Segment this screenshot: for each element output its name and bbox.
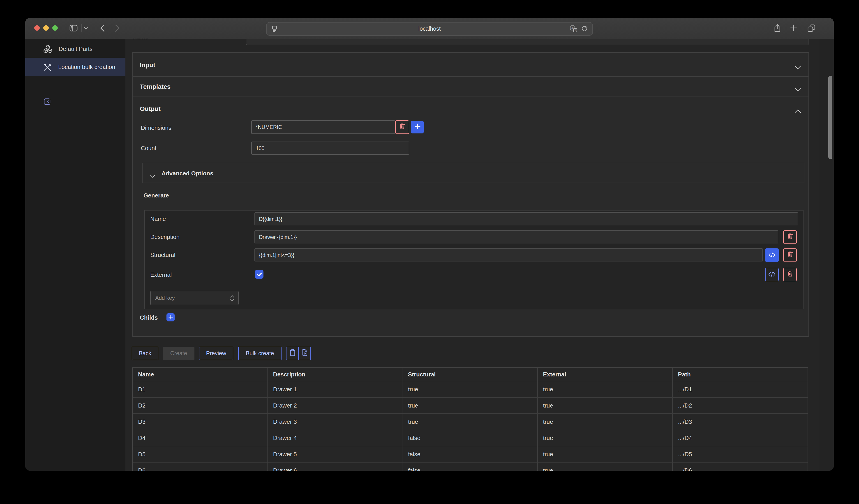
table-cell: D4 bbox=[133, 430, 268, 446]
section-title[interactable]: Output bbox=[140, 105, 161, 112]
back-button[interactable]: Back bbox=[132, 347, 159, 360]
sidebar-item-location-bulk-creation[interactable]: Location bulk creation bbox=[25, 58, 127, 76]
table-cell: false bbox=[403, 430, 538, 446]
table-cell: .../D4 bbox=[673, 430, 808, 446]
download-file-button[interactable] bbox=[299, 347, 311, 360]
translate-icon[interactable]: A x bbox=[570, 25, 577, 32]
trash-icon bbox=[399, 123, 405, 131]
trash-icon bbox=[787, 233, 793, 241]
table-cell: .../D3 bbox=[673, 414, 808, 430]
table-cell: .../D2 bbox=[673, 398, 808, 414]
generate-label: Generate bbox=[144, 192, 169, 199]
count-input[interactable] bbox=[251, 142, 409, 155]
table-cell: Drawer 1 bbox=[268, 381, 403, 398]
table-cell: true bbox=[538, 398, 673, 414]
sidebar-item-label: Location bulk creation bbox=[58, 64, 115, 70]
screen: localhost A x bbox=[0, 0, 859, 504]
add-dimension-button[interactable] bbox=[411, 121, 424, 133]
section-title: Templates bbox=[140, 83, 170, 90]
bulk-create-button[interactable]: Bulk create bbox=[238, 347, 282, 360]
table-cell: D1 bbox=[133, 381, 268, 398]
chevron-down-icon bbox=[795, 63, 801, 71]
table-cell: true bbox=[538, 462, 673, 471]
share-icon[interactable] bbox=[774, 24, 781, 32]
toolbar-divider bbox=[81, 24, 82, 32]
plus-icon bbox=[415, 123, 420, 131]
section-input[interactable]: Input bbox=[132, 52, 809, 78]
collapse-sidebar-icon[interactable] bbox=[44, 98, 50, 107]
chevron-down-icon bbox=[150, 172, 155, 180]
generate-structural-label: Structural bbox=[150, 252, 175, 258]
section-output: Output Dimensions bbox=[132, 96, 809, 337]
table-cell: Drawer 2 bbox=[268, 398, 403, 414]
table-cell: .../D1 bbox=[673, 381, 808, 398]
table-cell: D5 bbox=[133, 446, 268, 462]
reload-icon[interactable] bbox=[581, 25, 588, 32]
add-key-placeholder: Add key bbox=[155, 295, 230, 301]
minimize-window-button[interactable] bbox=[43, 25, 49, 31]
table-cell: true bbox=[538, 381, 673, 398]
generate-external-label: External bbox=[150, 271, 172, 278]
table-cell: false bbox=[403, 462, 538, 471]
file-download-icon bbox=[302, 349, 307, 358]
sidebar-toggle-icon[interactable] bbox=[70, 25, 78, 32]
clipboard-icon bbox=[289, 349, 295, 358]
table-cell: true bbox=[538, 446, 673, 462]
partial-name-input[interactable] bbox=[246, 39, 809, 45]
check-icon bbox=[256, 270, 262, 278]
url-text: localhost bbox=[419, 26, 441, 32]
add-key-select[interactable]: Add key bbox=[150, 291, 239, 305]
generate-description-label: Description bbox=[150, 234, 180, 240]
cubes-icon bbox=[43, 44, 53, 53]
generate-panel: Name Description Structural bbox=[145, 210, 803, 309]
copy-to-clipboard-button[interactable] bbox=[286, 347, 299, 360]
zoom-window-button[interactable] bbox=[52, 25, 58, 31]
section-title: Input bbox=[140, 61, 155, 68]
chevron-down-icon bbox=[795, 85, 801, 93]
scrollbar-thumb[interactable] bbox=[828, 76, 832, 159]
delete-external-button[interactable] bbox=[783, 268, 797, 281]
forward-icon[interactable] bbox=[115, 24, 120, 32]
plus-icon bbox=[168, 313, 173, 321]
new-tab-icon[interactable] bbox=[790, 24, 797, 32]
add-child-button[interactable] bbox=[166, 313, 175, 321]
create-button[interactable]: Create bbox=[163, 347, 194, 360]
sidebar-item-default-parts[interactable]: Default Parts bbox=[25, 40, 125, 58]
app-sidebar: Default Parts Location bulk creation bbox=[25, 39, 126, 471]
table-cell: D2 bbox=[133, 398, 268, 414]
advanced-options-toggle[interactable]: Advanced Options bbox=[142, 163, 804, 183]
table-cell: D3 bbox=[133, 414, 268, 430]
table-cell: true bbox=[403, 398, 538, 414]
table-cell: Drawer 3 bbox=[268, 414, 403, 430]
dimensions-label: Dimensions bbox=[141, 124, 171, 131]
dimensions-input[interactable] bbox=[251, 120, 395, 134]
table-header-external: External bbox=[538, 368, 673, 381]
page-format-icon[interactable] bbox=[272, 26, 277, 32]
generate-name-input[interactable] bbox=[254, 212, 798, 225]
preview-button[interactable]: Preview bbox=[199, 347, 233, 360]
trash-icon bbox=[787, 270, 793, 279]
table-cell: D6 bbox=[133, 462, 268, 471]
delete-dimension-button[interactable] bbox=[395, 120, 409, 134]
partial-name-label: Name bbox=[133, 39, 148, 41]
delete-structural-button[interactable] bbox=[783, 248, 797, 262]
main-content: Name Input Templates Output bbox=[125, 39, 834, 471]
table-cell: .../D6 bbox=[673, 462, 808, 471]
table-cell: true bbox=[538, 414, 673, 430]
chevron-down-icon[interactable] bbox=[84, 27, 88, 30]
close-window-button[interactable] bbox=[34, 25, 40, 31]
generate-structural-input[interactable] bbox=[254, 248, 763, 262]
delete-description-button[interactable] bbox=[783, 230, 797, 244]
tab-overview-icon[interactable] bbox=[808, 24, 815, 32]
table-cell: Drawer 5 bbox=[268, 446, 403, 462]
external-checkbox[interactable] bbox=[255, 270, 263, 279]
sidebar-item-label: Default Parts bbox=[59, 45, 92, 52]
generate-description-input[interactable] bbox=[254, 230, 778, 243]
address-bar[interactable]: localhost A x bbox=[266, 22, 593, 36]
structural-code-button[interactable] bbox=[765, 248, 779, 262]
trash-icon bbox=[787, 251, 793, 259]
back-icon[interactable] bbox=[100, 24, 105, 32]
external-code-button[interactable] bbox=[765, 268, 779, 281]
section-templates[interactable]: Templates bbox=[132, 76, 809, 97]
childs-label: Childs bbox=[140, 314, 158, 321]
